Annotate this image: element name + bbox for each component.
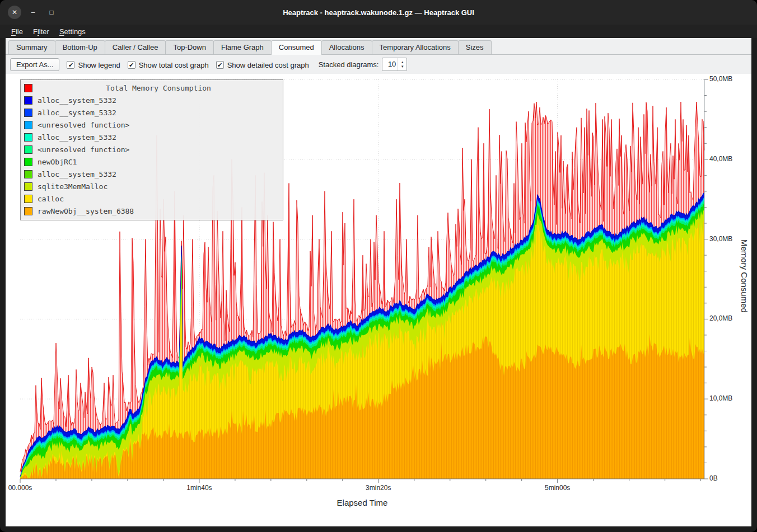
legend-swatch [24, 158, 32, 166]
menu-file[interactable]: File [7, 26, 27, 37]
legend-item-label: calloc [38, 195, 64, 203]
legend-item-label: <unresolved function> [38, 145, 129, 154]
y-axis-title: Memory Consumed [740, 239, 749, 313]
legend-item: alloc__system_5332 [24, 131, 279, 143]
window-controls: ✕ – □ [8, 0, 58, 25]
y-tick-10-0mb: 10,0MB [709, 394, 732, 402]
heaptrack-window: ✕ – □ Heaptrack - heaptrack.wakunode.1.g… [0, 0, 757, 532]
toolbar-checkboxes: ✔Show legend✔Show total cost graph✔Show … [59, 59, 309, 69]
legend-item: sqlite3MemMalloc [24, 180, 279, 192]
legend-swatch [24, 96, 32, 105]
legend-item: newObjRC1 [24, 156, 279, 168]
tab-temporary-allocations[interactable]: Temporary Allocations [372, 40, 459, 54]
x-tick-3min20s: 3min20s [366, 484, 391, 492]
checkbox-label: Show legend [78, 61, 120, 69]
x-tick-00-000s: 00.000s [8, 484, 32, 492]
legend-item: rawNewObj__system_6388 [24, 205, 279, 217]
legend-swatch [24, 109, 32, 117]
stacked-diagrams-label: Stacked diagrams: [319, 60, 379, 69]
legend-item-label: alloc__system_5332 [38, 109, 116, 117]
minimize-button[interactable]: – [26, 6, 40, 19]
legend-item: calloc [24, 192, 279, 205]
checkbox-show-detailed-cost-graph[interactable]: ✔Show detailed cost graph [216, 61, 309, 69]
toolbar: Export As... ✔Show legend✔Show total cos… [6, 55, 751, 74]
legend-item-label: sqlite3MemMalloc [38, 182, 108, 191]
legend-swatch [24, 145, 32, 154]
legend-swatch [24, 207, 32, 215]
legend-swatch [24, 195, 32, 203]
stacked-diagrams-spinbox[interactable]: 10 ▲ ▼ [382, 58, 407, 71]
tab-summary[interactable]: Summary [8, 40, 55, 54]
y-tick-30-0mb: 30,0MB [709, 235, 732, 243]
spinbox-arrows: ▲ ▼ [398, 58, 406, 70]
x-tick-1min40s: 1min40s [186, 484, 212, 492]
tab-bottom-up[interactable]: Bottom-Up [55, 40, 105, 54]
spin-down-icon[interactable]: ▼ [401, 64, 404, 69]
legend-item: alloc__system_5332 [24, 106, 279, 119]
legend-item-label: rawNewObj__system_6388 [38, 207, 134, 215]
legend-item: <unresolved function> [24, 119, 279, 131]
legend-title-row: Total Memory Consumption [24, 82, 279, 94]
x-tick-5min00s: 5min00s [545, 484, 570, 492]
menu-bar: FileFilterSettings [0, 25, 757, 38]
legend-item-label: <unresolved function> [38, 121, 129, 129]
legend-item: alloc__system_5332 [24, 94, 279, 106]
legend-swatch [24, 170, 32, 178]
legend-item-label: newObjRC1 [38, 158, 77, 166]
checkbox-box: ✔ [216, 61, 224, 69]
checkbox-label: Show detailed cost graph [227, 61, 309, 69]
window-title: Heaptrack - heaptrack.wakunode.1.gz — He… [0, 8, 757, 17]
checkbox-label: Show total cost graph [139, 61, 209, 69]
legend-swatch [24, 182, 32, 191]
legend-item: <unresolved function> [24, 143, 279, 156]
legend-swatch [24, 133, 32, 142]
window-content: SummaryBottom-UpCaller / CalleeTop-DownF… [6, 38, 751, 526]
checkbox-box: ✔ [67, 61, 74, 69]
tab-bar: SummaryBottom-UpCaller / CalleeTop-DownF… [6, 38, 751, 55]
chart-legend: Total Memory Consumptionalloc__system_53… [20, 79, 283, 220]
checkbox-show-total-cost-graph[interactable]: ✔Show total cost graph [128, 61, 209, 69]
y-tick-0b: 0B [709, 474, 718, 482]
tab-flame-graph[interactable]: Flame Graph [213, 40, 272, 54]
tab-allocations[interactable]: Allocations [321, 40, 372, 54]
legend-item-label: alloc__system_5332 [38, 96, 116, 105]
legend-swatch [24, 121, 32, 129]
menu-filter[interactable]: Filter [29, 26, 54, 37]
maximize-button[interactable]: □ [45, 6, 58, 19]
x-axis-title: Elapsed Time [337, 498, 388, 507]
legend-swatch [24, 84, 32, 92]
tab-consumed[interactable]: Consumed [271, 40, 322, 55]
close-button[interactable]: ✕ [8, 6, 21, 19]
checkbox-box: ✔ [128, 61, 135, 69]
spinbox-value: 10 [382, 58, 398, 70]
chart-panel: Total Memory Consumptionalloc__system_53… [6, 74, 751, 526]
tab-caller-callee[interactable]: Caller / Callee [105, 40, 166, 54]
spin-up-icon[interactable]: ▲ [401, 60, 404, 64]
legend-item-label: alloc__system_5332 [38, 170, 116, 178]
menu-settings[interactable]: Settings [55, 26, 90, 37]
tab-top-down[interactable]: Top-Down [165, 40, 214, 54]
titlebar: ✕ – □ Heaptrack - heaptrack.wakunode.1.g… [0, 0, 757, 25]
legend-item-label: alloc__system_5332 [38, 133, 116, 142]
legend-title: Total Memory Consumption [38, 84, 279, 92]
y-tick-20-0mb: 20,0MB [709, 314, 732, 322]
legend-item: alloc__system_5332 [24, 168, 279, 180]
y-tick-50-0mb: 50,0MB [709, 75, 732, 83]
export-as-button[interactable]: Export As... [10, 58, 59, 71]
checkbox-show-legend[interactable]: ✔Show legend [67, 61, 120, 69]
y-tick-40-0mb: 40,0MB [709, 155, 732, 163]
tab-sizes[interactable]: Sizes [458, 40, 492, 54]
